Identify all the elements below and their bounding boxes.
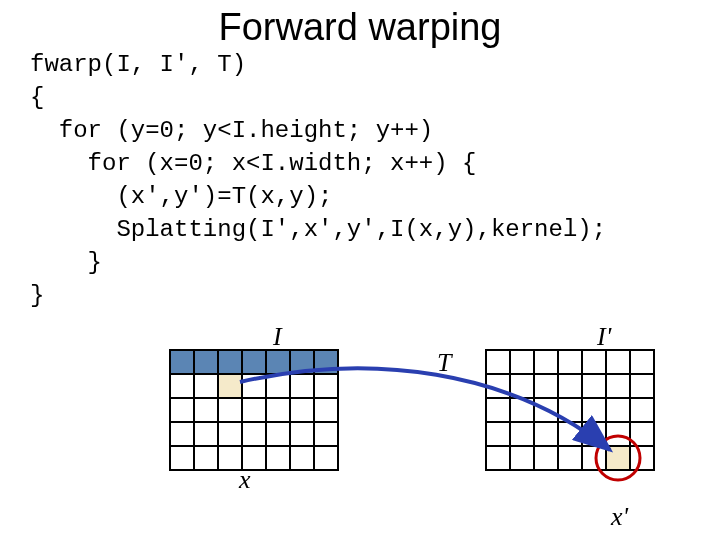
- grid-Iprime: [486, 350, 654, 480]
- code-line-1: fwarp(I, I', T): [30, 51, 246, 78]
- code-line-8: }: [30, 282, 44, 309]
- code-line-4: for (x=0; x<I.width; x++) {: [30, 150, 476, 177]
- grid-I: [170, 350, 338, 470]
- code-line-7: }: [30, 249, 102, 276]
- warping-diagram: [130, 330, 690, 530]
- code-line-3: for (y=0; y<I.height; y++): [30, 117, 433, 144]
- slide-title: Forward warping: [0, 6, 720, 49]
- code-line-6: Splatting(I',x',y',I(x,y),kernel);: [30, 216, 606, 243]
- svg-rect-1: [218, 374, 242, 398]
- code-block: fwarp(I, I', T) { for (y=0; y<I.height; …: [30, 48, 606, 312]
- code-line-5: (x',y')=T(x,y);: [30, 183, 332, 210]
- code-line-2: {: [30, 84, 44, 111]
- transform-arrow-icon: [240, 368, 610, 450]
